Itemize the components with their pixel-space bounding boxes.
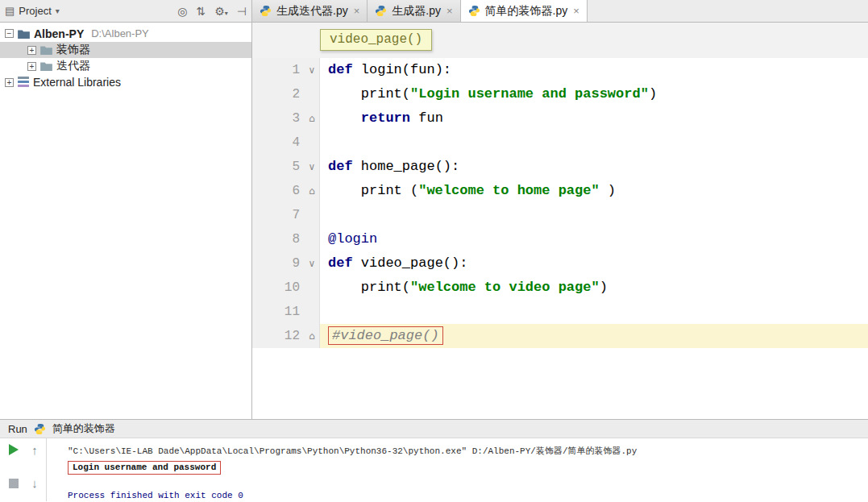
tree-item-folder[interactable]: +装饰器 [0,42,251,58]
gutter: 10 [252,276,320,300]
gutter: 11 [252,300,320,324]
run-header: Run 简单的装饰器 [0,419,868,438]
code-token: return [361,110,410,126]
python-file-icon [375,5,387,17]
tab-label: 简单的装饰器.py [485,4,568,19]
code-text: def login(fun): [320,58,868,82]
gutter: 2 [252,82,320,106]
fold-end-icon[interactable]: ⌂ [305,324,319,348]
code-line[interactable]: 3⌂ return fun [252,106,868,131]
highlighted-output: Login username and password [68,461,221,475]
fold-spacer [305,131,319,155]
close-icon[interactable]: × [446,5,453,17]
gutter: 9∨ [252,251,320,276]
project-root-path: D:\Alben-PY [91,27,149,39]
line-number: 11 [252,300,305,324]
code-text: def home_page(): [320,155,868,179]
expand-toggle[interactable]: + [27,62,36,71]
line-number: 7 [252,203,305,227]
code-line[interactable]: 7 [252,203,868,227]
code-area[interactable]: 1∨def login(fun):2 print("Login username… [252,58,868,419]
code-line[interactable]: 12⌂#video_page() [252,324,868,348]
tree-item-label: External Libraries [33,76,121,89]
code-line[interactable]: 8@login [252,227,868,251]
editor-tab[interactable]: 生成器.py× [368,0,460,22]
close-icon[interactable]: × [573,5,579,17]
hide-panel-icon[interactable]: ⊣ [237,5,247,18]
fold-spacer [305,227,319,251]
run-panel: Run 简单的装饰器 ↑ ↓ ‖ ≡ "C:\Users\IE-LAB Dade… [0,419,868,502]
locate-file-icon[interactable]: ◎ [177,5,187,18]
completion-hint: video_page() [320,29,432,51]
run-title: Run [8,423,27,435]
collapse-toggle[interactable]: − [5,29,14,38]
code-token: "Login username and password" [410,86,649,102]
code-token: def [328,255,353,271]
project-tree-items: +装饰器+迭代器+External Libraries [0,42,251,90]
stop-button[interactable] [9,477,19,488]
tree-item-label: 装饰器 [56,43,90,57]
line-number: 3 [252,106,305,131]
console-line: Login username and password [68,461,868,475]
code-text [320,203,868,227]
gutter: 8 [252,227,320,251]
gutter: 4 [252,131,320,155]
fold-start-icon[interactable]: ∨ [305,58,319,82]
project-root-row[interactable]: − Alben-PY D:\Alben-PY [0,25,251,42]
code-line[interactable]: 2 print("Login username and password") [252,82,868,106]
gear-icon[interactable]: ⚙▾ [214,5,228,18]
down-stack-trace-button[interactable]: ↓ [31,477,38,490]
close-icon[interactable]: × [354,5,360,17]
tree-item-folder[interactable]: +迭代器 [0,58,251,74]
fold-end-icon[interactable]: ⌂ [305,106,319,131]
chevron-down-icon[interactable]: ▾ [56,6,60,15]
fold-start-icon[interactable]: ∨ [305,155,319,179]
gutter: 1∨ [252,58,320,82]
top-bar: ▤ Project ▾ ◎ ⇅ ⚙▾ ⊣ 生成迭代器.py×生成器.py×简单的… [0,0,868,23]
python-file-icon [260,5,272,17]
up-stack-trace-button[interactable]: ↑ [31,444,38,457]
code-text: def video_page(): [320,251,868,276]
fold-spacer [305,276,319,300]
line-number: 10 [252,276,305,300]
editor-tab[interactable]: 简单的装饰器.py× [461,0,588,22]
line-number: 1 [252,58,305,82]
play-icon [9,444,19,455]
gutter: 7 [252,203,320,227]
code-line[interactable]: 11 [252,300,868,324]
expand-toggle[interactable]: + [27,46,36,55]
collapse-all-icon[interactable]: ⇅ [196,5,206,18]
code-token: ) [600,280,608,295]
rerun-button[interactable] [9,444,19,455]
code-line[interactable]: 6⌂ print ("welcome to home page" ) [252,179,868,203]
line-number: 4 [252,131,305,155]
expand-toggle[interactable]: + [5,78,14,87]
fold-spacer [305,300,319,324]
code-line[interactable]: 1∨def login(fun): [252,58,868,82]
code-token: "welcome to home page" [418,183,599,198]
code-text: return fun [320,106,868,131]
folder-icon [18,29,30,39]
console[interactable]: "C:\Users\IE-LAB Dade\AppData\Local\Prog… [47,438,868,501]
fold-start-icon[interactable]: ∨ [305,251,319,276]
code-token: login(fun): [353,62,451,77]
fold-end-icon[interactable]: ⌂ [305,179,319,203]
project-panel-title[interactable]: Project [19,5,51,17]
gutter: 5∨ [252,155,320,179]
fold-spacer [305,82,319,106]
editor-tab[interactable]: 生成迭代器.py× [252,0,368,22]
library-icon [18,77,29,88]
code-line[interactable]: 5∨def home_page(): [252,155,868,179]
run-body: ↑ ↓ ‖ ≡ "C:\Users\IE-LAB Dade\AppData\Lo… [0,438,868,501]
gutter: 3⌂ [252,106,320,131]
tree-item-external-libraries[interactable]: +External Libraries [0,74,251,90]
folder-icon [40,61,52,71]
code-line[interactable]: 4 [252,131,868,155]
code-line[interactable]: 9∨def video_page(): [252,251,868,276]
code-text: #video_page() [320,324,868,348]
code-line[interactable]: 10 print("welcome to video page") [252,276,868,300]
line-number: 9 [252,251,305,276]
line-number: 8 [252,227,305,251]
project-tree: − Alben-PY D:\Alben-PY +装饰器+迭代器+External… [0,23,252,419]
code-token: ) [600,183,616,198]
